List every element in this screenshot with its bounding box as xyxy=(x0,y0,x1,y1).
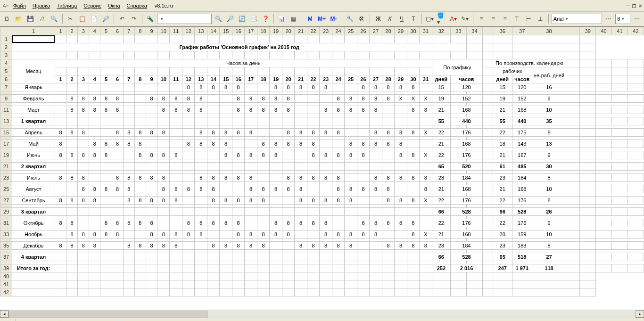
cell[interactable] xyxy=(295,51,307,59)
cell[interactable] xyxy=(596,264,612,272)
cell[interactable] xyxy=(207,171,219,174)
cell[interactable] xyxy=(89,129,100,137)
align-bottom-icon[interactable]: ⊥ xyxy=(535,13,545,25)
header-cell[interactable]: 25 xyxy=(345,27,357,35)
cell[interactable] xyxy=(66,239,78,242)
cell[interactable]: 184 xyxy=(512,174,532,182)
cell[interactable] xyxy=(332,137,344,140)
cell[interactable] xyxy=(146,117,157,125)
cell[interactable] xyxy=(493,91,512,95)
cell[interactable] xyxy=(320,114,332,117)
cell[interactable] xyxy=(451,171,467,174)
cell[interactable]: 8 xyxy=(245,174,257,182)
replace-icon[interactable]: 🔄 xyxy=(237,13,247,25)
cell[interactable] xyxy=(627,59,644,67)
cell[interactable]: 8 xyxy=(370,174,382,182)
cell[interactable] xyxy=(157,148,170,151)
cell[interactable] xyxy=(170,219,182,227)
cell[interactable] xyxy=(370,264,382,272)
cell[interactable] xyxy=(282,253,294,261)
cell[interactable] xyxy=(282,242,294,250)
cell[interactable] xyxy=(295,193,307,197)
cell[interactable]: График работы 'Основной график' на 2015 … xyxy=(12,43,467,51)
cell[interactable]: 8 xyxy=(195,185,207,193)
cell[interactable]: 8 xyxy=(357,140,369,148)
cell[interactable] xyxy=(282,208,294,216)
cell[interactable] xyxy=(112,227,123,230)
header-cell[interactable]: 22 xyxy=(307,27,319,35)
cell[interactable] xyxy=(451,114,467,117)
cell[interactable] xyxy=(123,51,134,59)
cell[interactable] xyxy=(451,51,467,59)
cell[interactable] xyxy=(220,239,232,242)
cell[interactable]: 8 xyxy=(134,197,146,205)
cell[interactable] xyxy=(232,125,244,129)
cell[interactable]: 8 xyxy=(270,140,282,148)
cell[interactable] xyxy=(627,117,644,125)
cell[interactable] xyxy=(345,83,357,91)
cell[interactable] xyxy=(245,182,257,185)
cell[interactable] xyxy=(332,114,344,117)
cell[interactable] xyxy=(482,272,493,280)
cell[interactable] xyxy=(512,91,532,95)
cell[interactable] xyxy=(612,140,628,148)
cell[interactable]: 15 xyxy=(220,75,232,83)
cell[interactable] xyxy=(170,83,182,91)
cell[interactable] xyxy=(382,239,394,242)
cell[interactable] xyxy=(295,151,307,159)
cell[interactable]: 8 xyxy=(123,242,134,250)
cell[interactable] xyxy=(532,216,566,219)
cell[interactable]: 183 xyxy=(512,242,532,250)
cell[interactable] xyxy=(232,182,244,185)
cell[interactable]: 8 xyxy=(207,219,219,227)
cell[interactable] xyxy=(493,272,512,280)
cell[interactable] xyxy=(157,253,170,261)
cell[interactable]: 19 xyxy=(493,95,512,103)
cell[interactable] xyxy=(220,208,232,216)
cell[interactable] xyxy=(357,51,369,59)
cell[interactable] xyxy=(332,208,344,216)
cell[interactable] xyxy=(332,125,344,129)
cell[interactable]: 8 xyxy=(282,129,294,137)
cell[interactable] xyxy=(134,239,146,242)
cell[interactable] xyxy=(207,239,219,242)
cell[interactable] xyxy=(580,151,596,159)
cell[interactable] xyxy=(182,205,194,208)
cell[interactable] xyxy=(407,137,419,140)
cell[interactable]: 8 xyxy=(112,129,123,137)
cell[interactable] xyxy=(134,264,146,272)
cell[interactable] xyxy=(382,250,394,253)
chart-icon[interactable]: 📊 xyxy=(116,319,126,321)
cell[interactable] xyxy=(146,171,157,174)
cell[interactable] xyxy=(157,182,170,185)
cell[interactable] xyxy=(207,182,219,185)
cell[interactable] xyxy=(432,280,450,288)
cell[interactable] xyxy=(580,129,596,137)
cell[interactable] xyxy=(270,205,282,208)
cell[interactable]: 8 xyxy=(295,219,307,227)
cell[interactable] xyxy=(320,253,332,261)
cell[interactable] xyxy=(134,67,146,75)
cell[interactable] xyxy=(357,261,369,264)
cell[interactable] xyxy=(55,95,66,103)
cell[interactable] xyxy=(493,148,512,151)
cell[interactable] xyxy=(580,230,596,239)
cell[interactable] xyxy=(78,182,89,185)
cell[interactable] xyxy=(493,205,512,208)
cell[interactable]: 8 xyxy=(357,83,369,91)
header-cell[interactable]: 3 xyxy=(0,51,12,59)
cell[interactable]: 8 xyxy=(146,242,157,250)
cell[interactable]: 8 xyxy=(357,151,369,159)
cell[interactable] xyxy=(134,261,146,264)
cell[interactable] xyxy=(566,185,580,193)
cell[interactable] xyxy=(195,208,207,216)
scroll-track[interactable] xyxy=(8,311,636,317)
cell[interactable]: 16 xyxy=(232,75,244,83)
cell[interactable] xyxy=(580,193,596,197)
cell[interactable] xyxy=(345,280,357,288)
cell[interactable]: 23 xyxy=(493,242,512,250)
cell[interactable] xyxy=(482,125,493,129)
cell[interactable] xyxy=(66,35,78,43)
cell[interactable] xyxy=(320,261,332,264)
cell[interactable]: 8 xyxy=(395,219,407,227)
